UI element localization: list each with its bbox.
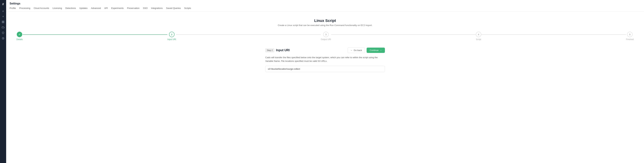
tab-licensing[interactable]: Licensing bbox=[53, 7, 62, 12]
page-heading: Linux Script bbox=[16, 19, 634, 23]
tab-integrations[interactable]: Integrations bbox=[151, 7, 163, 12]
tab-saved-queries[interactable]: Saved Queries bbox=[166, 7, 181, 12]
step-1: ✓ Details bbox=[16, 32, 23, 41]
step-description: Cado will transfer the files specified b… bbox=[265, 56, 385, 63]
continue-button[interactable]: Continue → bbox=[366, 48, 385, 53]
tab-profile[interactable]: Profile bbox=[10, 7, 16, 12]
database-icon[interactable]: ≡ bbox=[1, 14, 6, 19]
step-5-circle: 5 bbox=[627, 32, 632, 37]
page-subheading: Create a Linux script that can be execut… bbox=[16, 24, 634, 27]
connector-3-4 bbox=[331, 34, 476, 35]
step-4-number: 4 bbox=[478, 33, 479, 36]
steps-progress: ✓ Details 2 Input URI 3 Output URI bbox=[16, 32, 634, 41]
checkmark-icon: ✓ bbox=[18, 33, 20, 36]
step-2: 2 Input URI bbox=[167, 32, 176, 41]
step-2-number: 2 bbox=[171, 33, 172, 36]
connector-4-5 bbox=[481, 34, 626, 35]
step-3-label: Output URI bbox=[321, 38, 331, 41]
step-4: 4 Script bbox=[476, 32, 481, 41]
cloud-icon[interactable] bbox=[1, 25, 6, 30]
main-area: Settings Profile Processing Cloud Accoun… bbox=[6, 0, 644, 163]
sidebar: // ⌂ ≡ bbox=[0, 0, 6, 163]
page-title: Settings bbox=[10, 2, 640, 5]
svg-rect-2 bbox=[2, 22, 3, 23]
step-header-row: Step 2 Input URI ← Go back Continue → bbox=[265, 47, 385, 53]
tab-updates[interactable]: Updates bbox=[79, 7, 88, 12]
step-4-label: Script bbox=[476, 38, 481, 41]
input-uri-field[interactable] bbox=[265, 66, 385, 72]
shield-icon[interactable] bbox=[1, 31, 6, 35]
continue-label: Continue bbox=[370, 49, 378, 52]
step-actions: ← Go back Continue → bbox=[348, 47, 385, 53]
step-3: 3 Output URI bbox=[321, 32, 331, 41]
clock-icon[interactable] bbox=[1, 36, 6, 41]
step-2-circle: 2 bbox=[169, 32, 174, 37]
box-icon[interactable] bbox=[1, 20, 6, 24]
step-title-group: Step 2 Input URI bbox=[265, 49, 290, 52]
step-1-label: Details bbox=[16, 38, 23, 41]
tab-sso[interactable]: SSO bbox=[143, 7, 148, 12]
home-icon[interactable]: ⌂ bbox=[1, 9, 6, 13]
tab-experiments[interactable]: Experiments bbox=[111, 7, 124, 12]
step-badge: Step 2 bbox=[265, 49, 274, 52]
connector-2-3 bbox=[176, 34, 321, 35]
tab-scripts[interactable]: Scripts bbox=[184, 7, 191, 12]
continue-arrow-icon: → bbox=[380, 49, 382, 52]
content-area: Linux Script Create a Linux script that … bbox=[6, 12, 644, 163]
logo: // bbox=[2, 2, 4, 7]
tab-detections[interactable]: Detections bbox=[65, 7, 76, 12]
step-2-label: Input URI bbox=[167, 38, 176, 41]
connector-1-2 bbox=[23, 34, 168, 35]
tab-cloud-accounts[interactable]: Cloud Accounts bbox=[34, 7, 49, 12]
nav-tabs: Profile Processing Cloud Accounts Licens… bbox=[10, 7, 640, 12]
tab-processing[interactable]: Processing bbox=[19, 7, 30, 12]
svg-rect-3 bbox=[3, 22, 4, 23]
step-5-label: Finished bbox=[626, 38, 634, 41]
step-3-circle: 3 bbox=[323, 32, 329, 37]
svg-rect-0 bbox=[2, 21, 3, 22]
step-3-number: 3 bbox=[325, 33, 326, 36]
step-5: 5 Finished bbox=[626, 32, 634, 41]
step-1-circle: ✓ bbox=[17, 32, 22, 37]
tab-advanced[interactable]: Advanced bbox=[91, 7, 101, 12]
svg-rect-1 bbox=[3, 21, 4, 22]
step-content: Step 2 Input URI ← Go back Continue → Ca… bbox=[265, 47, 385, 72]
back-arrow-icon: ← bbox=[350, 49, 353, 52]
tab-api[interactable]: API bbox=[104, 7, 108, 12]
step-5-number: 5 bbox=[629, 33, 630, 36]
go-back-button[interactable]: ← Go back bbox=[348, 47, 365, 53]
step-4-circle: 4 bbox=[476, 32, 481, 37]
step-title: Input URI bbox=[276, 49, 290, 52]
go-back-label: Go back bbox=[354, 49, 362, 52]
tab-preservation[interactable]: Preservation bbox=[127, 7, 140, 12]
header: Settings Profile Processing Cloud Accoun… bbox=[6, 0, 644, 12]
